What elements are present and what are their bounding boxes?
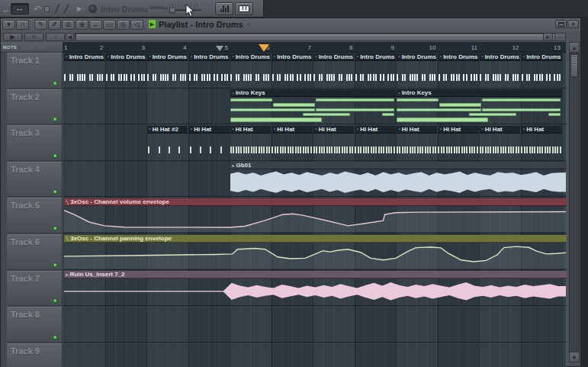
track-lane-2[interactable]: ▫Intro Keys▫Intro Keys [63,89,567,125]
maximize-button[interactable] [555,20,567,28]
clip-hi-hat[interactable]: ▫Hi Hat [188,126,230,161]
clip-intro-drums[interactable]: ▫Intro Drums [355,53,396,89]
vertical-scrollbar[interactable] [569,53,580,362]
clip-title-bar[interactable]: ▫Intro Drums [397,53,438,61]
pattern-color-dot[interactable] [88,5,97,13]
clip-title-bar[interactable]: ▫Hi Hat [397,126,438,134]
clip-hi-hat-2[interactable]: ▫Hi Hat #2 [147,126,188,161]
clip-title-bar[interactable]: ▫Hi Hat [272,126,313,134]
track-header-9[interactable]: Track 9 [7,343,62,367]
vscroll-thumb[interactable] [570,54,578,77]
track-lane-4[interactable]: ▸Gb01 [63,162,567,198]
track-header-1[interactable]: Track 1 [7,53,62,89]
playhead-marker[interactable] [216,46,223,51]
window-title[interactable]: Playlist - Intro Drums [159,20,243,30]
pattern-caret-icon[interactable]: ▾ [165,3,168,14]
track-header-4[interactable]: Track 4 [7,162,62,198]
clip-title-bar[interactable]: ▫Intro Drums [147,53,188,61]
clip-hi-hat[interactable]: ▫Hi Hat [313,126,355,161]
vscroll-up-button[interactable]: ▲ [569,42,580,53]
clip-hi-hat[interactable]: ▫Hi Hat [272,126,313,161]
clip-title-bar[interactable]: ▫Hi Hat [438,126,479,134]
mute-tool-button[interactable]: ⊗ [76,20,88,30]
clip-intro-drums[interactable]: ▫Intro Drums [188,53,230,89]
track-header-8[interactable]: Track 8 [7,307,62,343]
clip-title-bar[interactable]: ▫Intro Drums [480,53,521,61]
playback-tool-button[interactable]: ◁ [130,20,143,30]
clip-hi-hat[interactable]: ▫Hi Hat [230,126,272,161]
track-header-5[interactable]: Track 5 [7,198,62,233]
clip-title-bar[interactable]: ▫Hi Hat [521,126,562,134]
clip-title-bar[interactable]: ▫Hi Hat [188,126,230,134]
clip-intro-drums[interactable]: ▫Intro Drums [313,53,355,89]
clip-3xosc-channel-volume-envelope[interactable]: ╲3xOsc - Channel volume envelope [64,198,567,233]
history-icon[interactable] [44,6,50,12]
tab-automation[interactable]: ∿ [24,33,43,41]
clip-title-bar[interactable]: ▫Intro Keys [397,89,562,97]
playlist-grid[interactable]: ▫Intro Drums▫Intro Drums▫Intro Drums▫Int… [63,53,566,367]
playlist-titlebar[interactable]: ▾ ∩ ✎ ✐ ⊘ ⊗ ↔ ▭ ◎ ◁ ▶ Playlist - Intro D… [1,18,580,32]
clip-title-bar[interactable]: ▫Intro Drums [521,53,562,61]
clip-title-bar[interactable]: ▫Intro Drums [438,53,479,61]
track-header-2[interactable]: Track 2 [7,89,62,125]
clip-hi-hat[interactable]: ▫Hi Hat [355,126,396,161]
tab-pattern-picker[interactable]: ▶ [3,33,22,41]
clip-title-bar[interactable]: ▫Hi Hat #2 [147,126,188,134]
clip-title-bar[interactable]: ▫Intro Drums [230,53,272,61]
pattern-selector[interactable]: Intro Drums [101,3,148,14]
clip-title-bar[interactable]: ▸Gb01 [230,162,567,169]
clip-title-bar[interactable]: ▫Hi Hat [313,126,355,134]
track-enable-led[interactable] [53,226,58,231]
title-caret-icon[interactable]: ▾ [247,20,250,30]
clip-3xosc-channel-panning-envelope[interactable]: ╲3xOsc - Channel panning envelope [64,235,567,270]
track-enable-led[interactable] [53,117,58,122]
clip-hi-hat[interactable]: ▫Hi Hat [521,126,562,161]
swing-slider-thumb[interactable] [169,8,175,13]
automation-curve[interactable] [64,206,567,233]
clip-title-bar[interactable]: ▫Intro Keys [230,89,396,97]
clip-intro-drums[interactable]: ▫Intro Drums [480,53,521,89]
clip-title-bar[interactable]: ▫Hi Hat [230,126,272,134]
close-button[interactable]: × [567,20,579,28]
clip-hi-hat[interactable]: ▫Hi Hat [438,126,479,161]
snap-magnet-button[interactable]: ∩ [16,20,29,30]
clip-title-bar[interactable]: ╲3xOsc - Channel panning envelope [64,235,567,243]
clip-title-bar[interactable]: ▫Intro Drums [272,53,313,61]
clip-title-bar[interactable]: ▫Hi Hat [355,126,396,134]
detach-button[interactable]: ▸ [543,33,553,41]
undo-icon[interactable]: ↶ [34,3,41,14]
track-enable-led[interactable] [53,262,58,268]
minimize-button[interactable]: — [554,33,566,41]
track-lane-6[interactable]: ╲3xOsc - Channel panning envelope [63,234,567,270]
clip-intro-drums[interactable]: ▫Intro Drums [64,53,105,89]
horizontal-scrollbar[interactable] [75,33,565,41]
clip-title-bar[interactable]: ▫Hi Hat [480,126,521,134]
clip-title-bar[interactable]: ▫Intro Drums [313,53,355,61]
track-enable-led[interactable] [53,298,58,304]
clip-intro-keys[interactable]: ▫Intro Keys [230,89,396,124]
select-tool-button[interactable]: ▭ [103,20,116,30]
hscroll-left-button[interactable]: ◀ [66,33,74,41]
track-header-7[interactable]: Track 7 [7,271,62,307]
playlist-options-button[interactable]: ▾ [2,20,15,30]
clip-intro-keys[interactable]: ▫Intro Keys [397,89,562,124]
draw-tool-button[interactable]: ✎ [34,20,47,30]
track-enable-led[interactable] [53,153,58,159]
hscroll-thumb[interactable] [76,34,562,40]
slip-tool-button[interactable]: ↔ [89,20,102,30]
clip-title-bar[interactable]: ▫Intro Drums [188,53,230,61]
clip-ruin-us-insert-7-2[interactable]: ▸Ruin Us_Insert 7_2 [64,271,567,306]
track-lane-8[interactable] [63,307,567,343]
stepseq-graph-button[interactable] [215,2,233,15]
tab-notes[interactable]: ♪ [46,33,65,41]
automation-curve[interactable] [64,243,567,269]
track-enable-led[interactable] [53,189,58,195]
track-enable-led[interactable] [53,81,58,86]
clip-title-bar[interactable]: ▫Intro Drums [64,53,105,61]
clip-title-bar[interactable]: ╲3xOsc - Channel volume envelope [64,198,567,206]
selection-marker[interactable] [259,44,269,52]
clip-intro-drums[interactable]: ▫Intro Drums [272,53,313,89]
nudge-arrows-icon[interactable]: ↔ [2,3,10,14]
clip-intro-drums[interactable]: ▫Intro Drums [438,53,479,89]
track-lane-3[interactable]: ▫Hi Hat #2▫Hi Hat▫Hi Hat▫Hi Hat▫Hi Hat▫H… [63,125,567,161]
